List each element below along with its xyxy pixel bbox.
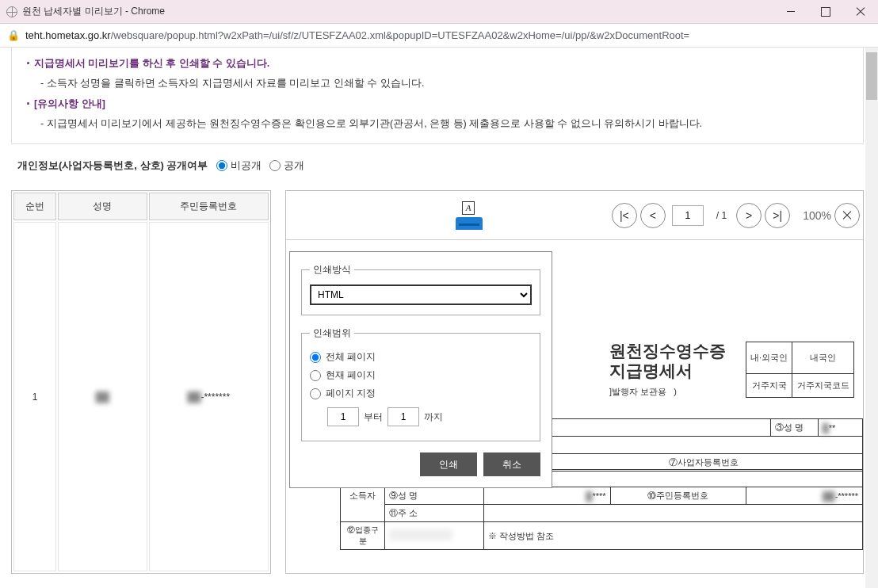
browser-titlebar: 원천 납세자별 미리보기 - Chrome [0,0,878,24]
print-dialog: 인쇄방식 HTML 인쇄범위 전체 페이지 현재 페이지 [289,251,552,488]
scroll-thumb[interactable] [866,52,877,100]
radio-private-wrap[interactable]: 비공개 [216,158,261,173]
next-page-button[interactable]: > [736,203,762,228]
info-title-1: 지급명세서 미리보기를 하신 후 인쇄할 수 있습니다. [26,52,849,74]
info-title-2: [유의사항 안내] [26,93,849,115]
last-page-button[interactable]: >| [765,203,790,228]
print-method-select[interactable]: HTML [310,284,532,305]
radio-private[interactable] [216,160,227,171]
radio-public-wrap[interactable]: 공개 [269,158,304,173]
range-current-wrap[interactable]: 현재 페이지 [310,366,532,384]
info-detail-1: 소득자 성명을 클릭하면 소득자의 지급명세서 자료를 미리보고 인쇄할 수 있… [26,74,849,93]
range-to-input[interactable] [387,407,419,426]
range-all-radio[interactable] [310,352,321,363]
recipient-table: 순번 성명 주민등록번호 1 ██ ██-******* [11,190,271,574]
globe-icon [6,6,17,17]
document-preview: 원천징수영수증 지급명세서 ]발행자 보관용 ) 내·외국인내국인 거주지국거주… [609,342,863,398]
report-viewer: A |< < / 1 > >| 100% [285,190,864,574]
cancel-button[interactable]: 취소 [483,452,540,476]
page-total: / 1 [710,210,733,221]
range-specify-radio[interactable] [310,388,321,399]
viewer-body: 원천징수영수증 지급명세서 ]발행자 보관용 ) 내·외국인내국인 거주지국거주… [286,240,863,573]
col-header-rrn: 주민등록번호 [149,193,269,220]
print-method-legend: 인쇄방식 [310,263,354,277]
privacy-option-row: 개인정보(사업자등록번호, 상호) 공개여부 비공개 공개 [11,144,868,182]
range-all-wrap[interactable]: 전체 페이지 [310,348,532,366]
window-controls [780,4,872,20]
maximize-button[interactable] [815,4,837,20]
print-range-fieldset: 인쇄범위 전체 페이지 현재 페이지 페이지 지정 [301,326,540,441]
viewer-close-button[interactable] [834,203,860,228]
page-input[interactable] [672,205,704,226]
col-header-no: 순번 [13,193,56,220]
page-content: 지급명세서 미리보기를 하신 후 인쇄할 수 있습니다. 소득자 성명을 클릭하… [0,48,878,588]
info-detail-2: 지급명세서 미리보기에서 제공하는 원천징수영수증은 확인용으로 외부기관(관공… [26,115,849,133]
range-from-input[interactable] [327,407,359,426]
privacy-label: 개인정보(사업자등록번호, 상호) 공개여부 [17,158,208,173]
window-title: 원천 납세자별 미리보기 - Chrome [22,5,780,18]
first-page-button[interactable]: |< [612,203,637,228]
print-range-legend: 인쇄범위 [310,326,354,340]
table-row[interactable]: 1 ██ ██-******* [13,222,269,571]
range-specify-wrap[interactable]: 페이지 지정 [310,384,532,403]
printer-icon[interactable]: A [456,201,483,230]
col-header-name: 성명 [58,193,147,220]
radio-public[interactable] [269,160,281,171]
close-button[interactable] [849,4,872,20]
page-scrollbar[interactable] [865,48,878,588]
print-button[interactable]: 인쇄 [420,452,477,476]
address-bar[interactable]: 🔒 teht.hometax.go.kr/websquare/popup.htm… [0,24,878,48]
info-panel: 지급명세서 미리보기를 하신 후 인쇄할 수 있습니다. 소득자 성명을 클릭하… [11,48,864,144]
minimize-button[interactable] [780,4,802,20]
range-current-radio[interactable] [310,370,321,381]
zoom-label: 100% [803,209,831,222]
page-range-inputs: 부터 까지 [310,407,532,426]
lock-icon: 🔒 [8,30,19,41]
prev-page-button[interactable]: < [640,203,666,228]
print-method-fieldset: 인쇄방식 HTML [301,263,540,315]
viewer-toolbar: A |< < / 1 > >| 100% [286,191,863,240]
url-text: teht.hometax.go.kr/websquare/popup.html?… [25,29,689,41]
